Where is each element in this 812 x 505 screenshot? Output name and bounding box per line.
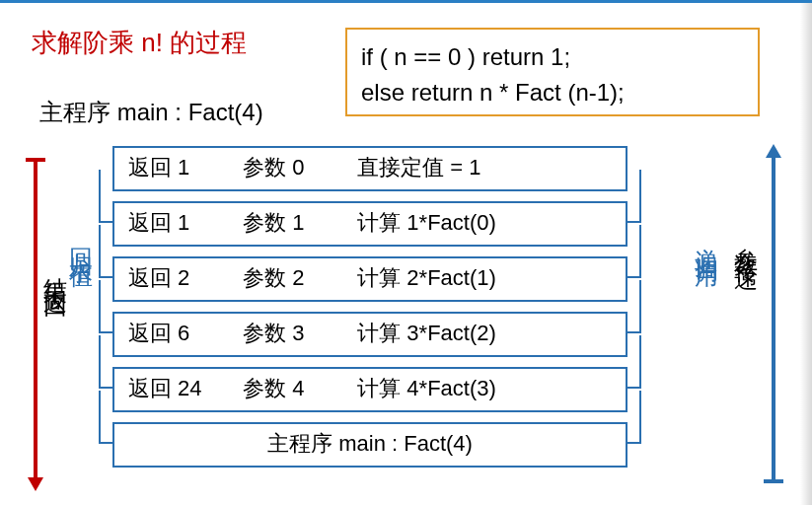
- param-value: 参数 0: [243, 148, 351, 187]
- return-connector: [99, 391, 112, 444]
- param-value: 参数 2: [243, 258, 351, 298]
- param-value: 参数 3: [243, 314, 351, 353]
- label-backtrack-eval: 回归求值: [65, 229, 97, 252]
- return-connector: [99, 335, 112, 389]
- edge-shadow: [800, 3, 812, 505]
- return-connector: [99, 225, 112, 278]
- call-connector: [627, 335, 641, 389]
- return-value: 返回 1: [128, 148, 237, 187]
- call-arrow-up: [772, 156, 775, 481]
- return-value: 返回 6: [128, 314, 237, 353]
- param-value: 参数 1: [243, 203, 351, 243]
- return-value: 返回 1: [128, 203, 237, 243]
- code-line-2: else return n * Fact (n-1);: [361, 75, 744, 110]
- stack-row: 返回 2 参数 2 计算 2*Fact(1): [112, 256, 627, 302]
- calc-text: 计算 1*Fact(0): [357, 203, 496, 243]
- pseudocode-box: if ( n == 0 ) return 1; else return n * …: [345, 28, 760, 116]
- top-border: [0, 0, 812, 3]
- call-connector: [627, 170, 641, 223]
- calc-text: 计算 2*Fact(1): [357, 258, 496, 298]
- return-value: 返回 24: [128, 369, 237, 408]
- return-arrow-down: [34, 160, 37, 481]
- stack-row: 返回 1 参数 0 直接定值 = 1: [112, 146, 627, 191]
- param-value: 参数 4: [243, 369, 351, 408]
- call-connector: [627, 225, 641, 278]
- diagram-title: 求解阶乘 n! 的过程: [32, 26, 247, 60]
- stack-row: 返回 1 参数 1 计算 1*Fact(0): [112, 201, 627, 247]
- calc-text: 直接定值 = 1: [357, 148, 480, 187]
- stack-row: 返回 24 参数 4 计算 4*Fact(3): [112, 367, 627, 412]
- return-value: 返回 2: [128, 258, 237, 298]
- call-stack: 返回 1 参数 0 直接定值 = 1 返回 1 参数 1 计算 1*Fact(0…: [112, 146, 627, 477]
- code-line-1: if ( n == 0 ) return 1;: [361, 39, 744, 75]
- stack-row: 返回 6 参数 3 计算 3*Fact(2): [112, 312, 627, 357]
- label-recursive-call: 递归调用: [691, 229, 722, 252]
- main-call-label: 主程序 main : Fact(4): [39, 97, 263, 128]
- call-connector: [627, 280, 641, 333]
- call-connector: [627, 391, 641, 444]
- label-result-return: 结果返回: [39, 258, 71, 282]
- return-connector: [99, 280, 112, 333]
- calc-text: 计算 4*Fact(3): [357, 369, 496, 408]
- stack-row-main: 主程序 main : Fact(4): [112, 422, 627, 468]
- label-param-pass: 参数传递: [730, 229, 762, 252]
- calc-text: 计算 3*Fact(2): [357, 314, 496, 353]
- return-connector: [99, 170, 112, 223]
